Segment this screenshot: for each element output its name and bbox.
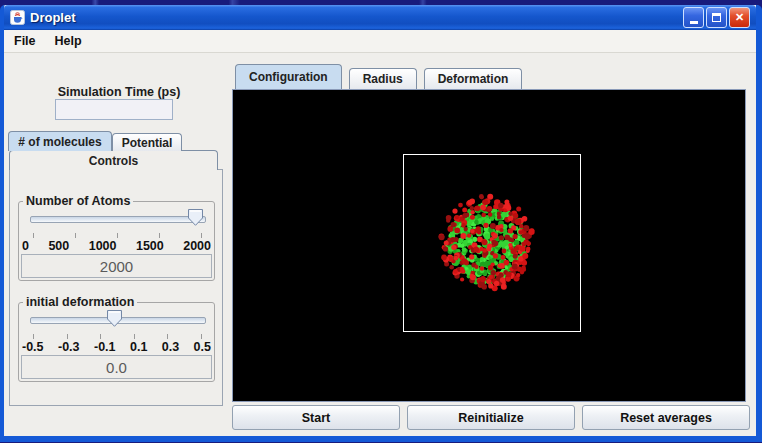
number-of-atoms-group: Number of Atoms 0500100015002000 — [18, 201, 215, 281]
deformation-tick-0 — [33, 334, 34, 339]
tab-number-of-molecules[interactable]: # of molecules — [8, 131, 112, 151]
title-bar[interactable]: Droplet ✕ — [4, 5, 756, 30]
close-button[interactable]: ✕ — [729, 7, 750, 28]
atoms-tick-labels: 0500100015002000 — [22, 239, 211, 253]
tab-radius[interactable]: Radius — [349, 68, 417, 89]
atoms-slider-thumb[interactable] — [188, 209, 203, 226]
close-icon: ✕ — [735, 11, 744, 24]
simulation-time-label: Simulation Time (ps) — [24, 85, 214, 99]
initial-deformation-group: initial deformation -0.5-0.3-0.10.10.30.… — [18, 302, 215, 382]
atoms-slider[interactable] — [30, 208, 206, 230]
deformation-tick-2 — [100, 334, 101, 339]
right-tab-bar: ConfigurationRadiusDeformation — [235, 64, 529, 89]
app-window: Droplet ✕ File Help Simulation Time (ps)… — [0, 5, 762, 442]
atoms-tick-4 — [201, 233, 202, 238]
atoms-tick-3 — [159, 233, 160, 238]
atoms-value-field[interactable] — [21, 254, 212, 278]
atoms-tick-label-3: 1500 — [136, 239, 164, 253]
menu-help[interactable]: Help — [53, 32, 84, 50]
tab-deformation[interactable]: Deformation — [424, 68, 523, 89]
deformation-tick-4 — [167, 334, 168, 339]
minimize-button[interactable] — [683, 7, 704, 28]
deformation-tick-label-4: 0.3 — [162, 340, 179, 354]
window-title: Droplet — [30, 10, 76, 25]
deformation-tick-3 — [134, 334, 135, 339]
atoms-slider-track[interactable] — [30, 216, 206, 223]
menu-bar: File Help — [4, 30, 756, 53]
deformation-tick-label-0: -0.5 — [22, 340, 44, 354]
minimize-icon — [690, 21, 698, 24]
atoms-tick-label-4: 2000 — [183, 239, 211, 253]
number-of-atoms-title: Number of Atoms — [23, 194, 133, 208]
content-area: Simulation Time (ps) # of molecules Pote… — [4, 53, 756, 435]
action-button-row: StartReinitializeReset averages — [232, 405, 750, 430]
maximize-icon — [712, 13, 721, 22]
maximize-button[interactable] — [706, 7, 727, 28]
simulation-time-field[interactable] — [55, 99, 173, 120]
atoms-tick-marks — [33, 233, 202, 238]
deformation-tick-label-1: -0.3 — [58, 340, 80, 354]
tab-configuration[interactable]: Configuration — [235, 64, 342, 89]
deformation-tick-labels: -0.5-0.3-0.10.10.30.5 — [22, 340, 211, 354]
deformation-tick-label-3: 0.1 — [130, 340, 147, 354]
deformation-tick-marks — [33, 334, 202, 339]
deformation-value-field[interactable] — [21, 355, 212, 379]
deformation-tick-label-5: 0.5 — [194, 340, 211, 354]
atoms-tick-0 — [33, 233, 34, 238]
deformation-tick-5 — [201, 334, 202, 339]
controls-panel: Number of Atoms 0500100015002000 initial… — [9, 169, 223, 406]
atoms-tick-1 — [75, 233, 76, 238]
simulation-canvas[interactable] — [232, 89, 746, 402]
atoms-tick-label-2: 1000 — [89, 239, 117, 253]
initial-deformation-title: initial deformation — [23, 295, 137, 309]
atoms-tick-label-1: 500 — [48, 239, 69, 253]
reinitialize-button[interactable]: Reinitialize — [407, 405, 575, 430]
reset-averages-button[interactable]: Reset averages — [582, 405, 750, 430]
java-cup-icon — [10, 10, 25, 25]
start-button[interactable]: Start — [232, 405, 400, 430]
tab-potential[interactable]: Potential — [112, 133, 182, 151]
menu-file[interactable]: File — [12, 32, 38, 50]
droplet-atoms — [233, 90, 745, 401]
deformation-tick-label-2: -0.1 — [94, 340, 116, 354]
tab-controls[interactable]: Controls — [9, 150, 218, 170]
atoms-tick-label-0: 0 — [22, 239, 29, 253]
screen: Droplet ✕ File Help Simulation Time (ps)… — [0, 0, 762, 443]
deformation-slider-thumb[interactable] — [107, 310, 122, 327]
deformation-slider[interactable] — [30, 309, 206, 331]
deformation-tick-1 — [67, 334, 68, 339]
atoms-tick-2 — [117, 233, 118, 238]
